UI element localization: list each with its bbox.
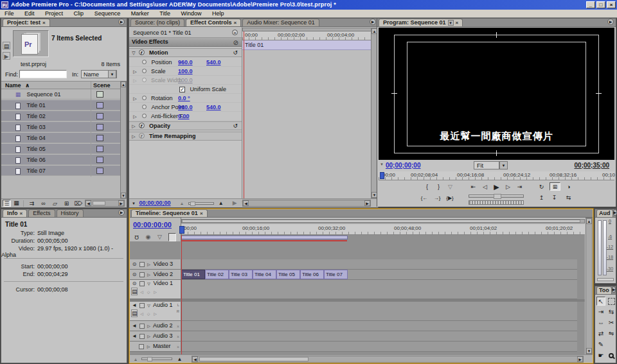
selection-tool[interactable] — [596, 297, 605, 306]
new-bin-button[interactable]: ▱ — [50, 200, 60, 208]
scale-value[interactable]: 100.0 — [178, 67, 193, 76]
show-hide-timeline-icon[interactable]: » — [232, 30, 238, 35]
lock-toggle[interactable] — [139, 334, 145, 339]
snap-icon[interactable]: Ω — [132, 233, 141, 241]
list-item[interactable]: Title 04 — [1, 133, 120, 143]
expand-icon[interactable]: ▷ — [146, 322, 152, 331]
expand-icon[interactable]: ▷ — [132, 94, 138, 103]
hand-tool[interactable]: ☛ — [596, 351, 605, 360]
master-track-header[interactable]: ▷ Master × — [130, 342, 181, 352]
expand-icon[interactable]: ▷ — [132, 112, 138, 121]
close-button[interactable]: × — [607, 1, 616, 8]
audio3-track-header[interactable]: ◄ ▷ Audio 3 × — [130, 331, 181, 342]
video3-track[interactable] — [181, 259, 577, 270]
project-file-name[interactable]: test.prproj — [21, 61, 46, 67]
keyframe-toggle-icon[interactable] — [142, 60, 147, 64]
find-button[interactable]: ∞ — [39, 200, 48, 208]
expand-icon[interactable]: ▷ — [130, 122, 137, 130]
reset-icon[interactable]: ↺ — [233, 49, 238, 57]
rate-stretch-tool[interactable]: ⇔ — [596, 318, 605, 327]
rolling-edit-tool[interactable]: ⇆ — [607, 308, 616, 316]
keyframe-toggle-icon[interactable] — [142, 105, 147, 109]
work-area-toggle[interactable] — [168, 233, 176, 241]
project-vscrollbar[interactable]: ▲ ▼ — [120, 81, 127, 199]
slide-tool[interactable]: ⇋ — [607, 329, 616, 338]
add-keyframe-icon[interactable]: ◇ — [146, 290, 151, 294]
extract-button[interactable]: ↧ — [550, 194, 559, 202]
video1-track-header[interactable]: ⊙ ▽ Video 1 ▤ ◁ ◇ ▷ — [130, 280, 181, 299]
expand-icon[interactable]: ▷ — [132, 67, 138, 76]
scene-checkbox[interactable] — [96, 135, 103, 141]
audio2-track[interactable] — [181, 321, 577, 331]
anchor-y-value[interactable]: 540.0 — [206, 103, 221, 112]
add-keyframe-icon[interactable]: ◇ — [146, 311, 151, 316]
eye-icon[interactable]: ⊙ — [131, 270, 138, 279]
menu-edit[interactable]: Edit — [20, 10, 39, 18]
list-item[interactable]: Title 05 — [1, 144, 120, 154]
tab-history[interactable]: History — [57, 209, 84, 217]
scene-checkbox[interactable] — [96, 102, 103, 108]
chevron-down-icon[interactable]: ▼ — [448, 20, 454, 26]
anchor-x-value[interactable]: 960.0 — [178, 103, 193, 112]
zoom-in-icon[interactable]: ▲ — [177, 356, 183, 363]
timeline-clip[interactable]: Title 05 — [276, 270, 300, 279]
list-view-button[interactable]: ☰ — [3, 200, 11, 207]
speaker-icon[interactable]: ◄ — [131, 331, 138, 341]
zoom-out-icon[interactable]: ▵ — [132, 356, 139, 363]
time-remapping-row[interactable]: ▷ f Time Remapping — [129, 132, 242, 141]
ec-play-icon[interactable]: ▶ — [231, 199, 238, 207]
collapse-icon[interactable]: ▽ — [130, 49, 137, 57]
next-keyframe-icon[interactable]: ▷ — [153, 311, 158, 316]
program-video-area[interactable]: 最近幫一間廠商做宣傳片 — [379, 28, 614, 160]
panel-menu-icon[interactable]: ▶ — [118, 209, 125, 216]
effects-toggle-icon[interactable]: ⊘ — [233, 39, 238, 47]
window-titlebar[interactable]: Pr Adobe Premiere Pro - C:\Documents and… — [0, 0, 617, 10]
lock-toggle[interactable] — [139, 281, 145, 286]
list-item[interactable]: Title 03 — [1, 122, 120, 132]
find-input[interactable] — [19, 70, 67, 78]
keyframe-toggle-icon[interactable] — [142, 69, 147, 73]
encore-chapter-marker-icon[interactable]: ◉ — [144, 233, 152, 241]
set-marker-button[interactable]: ▽ — [445, 183, 455, 191]
keyframe-toggle-icon[interactable] — [142, 114, 147, 118]
audio1-track-header[interactable]: ◄ ▽ Audio 1 L R ▤ ◁ ◇ ▷ — [130, 302, 181, 321]
collapse-icon[interactable]: ▽ — [146, 281, 152, 286]
project-hscrollbar[interactable]: ◀ ▶ — [85, 200, 125, 207]
play-button[interactable]: ▶ — [492, 183, 501, 191]
scene-checkbox[interactable] — [96, 157, 103, 163]
ec-zoom-slider[interactable] — [188, 202, 214, 205]
fx-icon[interactable]: f — [139, 123, 145, 128]
go-to-in-button[interactable]: ⇤ — [469, 183, 478, 191]
panel-menu-icon[interactable]: ▶ — [118, 19, 125, 25]
timeline-clip[interactable]: Title 06 — [300, 270, 324, 279]
set-in-point-button[interactable]: { — [422, 183, 432, 191]
timeline-clip[interactable]: Title 01 — [181, 270, 205, 279]
slip-tool[interactable]: ⇄ — [596, 329, 605, 338]
close-icon[interactable]: × — [20, 210, 23, 217]
ec-playhead[interactable] — [244, 31, 244, 198]
list-item[interactable]: Title 06 — [1, 155, 120, 165]
sort-asc-icon[interactable]: ∧ — [25, 82, 30, 89]
razor-tool[interactable]: ✂ — [607, 318, 616, 327]
collapse-icon[interactable]: ▽ — [146, 303, 152, 308]
scene-checkbox[interactable] — [96, 113, 103, 119]
timeline-hscrollbar[interactable]: ◀ ▶ — [192, 356, 584, 363]
ec-timecode[interactable]: 00;00;00;00 — [139, 200, 171, 206]
tab-timeline[interactable]: Timeline: Sequence 01 × — [131, 209, 208, 217]
list-item[interactable]: Title 01 — [1, 100, 120, 110]
panel-menu-icon[interactable]: ▶ — [612, 286, 616, 293]
tab-tools[interactable]: Too — [596, 286, 612, 294]
panel-menu-icon[interactable]: ▶ — [607, 19, 614, 25]
tab-source[interactable]: Source: (no clips) — [130, 19, 184, 26]
lock-toggle[interactable] — [139, 303, 145, 308]
go-to-out-button[interactable]: ⇥ — [515, 183, 524, 191]
play-preview-button[interactable]: ▶ — [3, 52, 10, 60]
prev-keyframe-icon[interactable]: ◁ — [139, 290, 145, 294]
audio1-track[interactable] — [181, 302, 577, 321]
tab-effect-controls[interactable]: Effect Controls × — [186, 19, 241, 26]
timeline-timecode[interactable]: 00:00:00:00 — [133, 221, 172, 229]
column-name[interactable]: Name — [5, 82, 21, 89]
close-icon[interactable]: × — [234, 19, 237, 26]
zoom-tool[interactable] — [607, 351, 616, 360]
fx-icon[interactable]: f — [139, 133, 145, 139]
